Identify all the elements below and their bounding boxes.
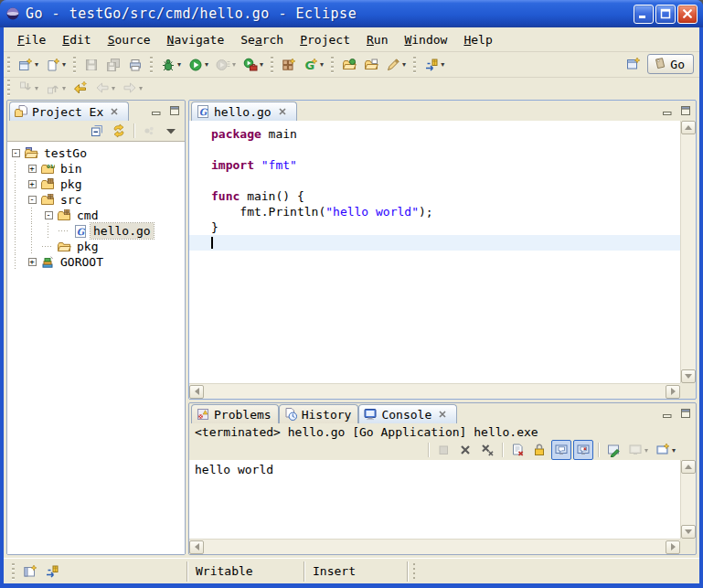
- minimize-view-button[interactable]: [148, 103, 164, 118]
- new-go-package-button[interactable]: [279, 55, 299, 75]
- tree-item-testGo[interactable]: -testGo: [7, 145, 185, 161]
- tree-item-GOROOT[interactable]: +GOROOT: [7, 254, 185, 270]
- titlebar[interactable]: Go - testGo/src/cmd/hello.go - Eclipse: [0, 0, 703, 27]
- print-button[interactable]: [125, 55, 145, 75]
- dropdown-arrow-icon[interactable]: ▾: [62, 60, 66, 69]
- view-menu-button[interactable]: [161, 121, 181, 141]
- toolbar-grip[interactable]: [150, 57, 154, 73]
- code-line[interactable]: }: [189, 219, 680, 235]
- show-stdout-button[interactable]: [551, 440, 571, 460]
- close-button[interactable]: [677, 5, 698, 24]
- toolbar-grip[interactable]: [12, 563, 16, 580]
- toolbar-grip[interactable]: [271, 57, 274, 73]
- link-with-editor-button[interactable]: [109, 121, 129, 141]
- code-line[interactable]: func main() {: [189, 188, 680, 204]
- dropdown-arrow-icon[interactable]: ▾: [672, 446, 676, 454]
- editor-horizontal-scrollbar[interactable]: [189, 383, 680, 399]
- synchronize-button[interactable]: ▾: [421, 55, 447, 75]
- toolbar-grip[interactable]: [413, 57, 417, 73]
- mark-occurrences-button[interactable]: ▾: [383, 55, 409, 75]
- show-stderr-button[interactable]: [573, 440, 593, 460]
- code-line[interactable]: fmt.Println("hello world");: [189, 204, 680, 219]
- tab-problems[interactable]: Problems: [191, 404, 279, 423]
- toolbar-grip[interactable]: [7, 57, 11, 73]
- console-vertical-scrollbar[interactable]: [680, 460, 696, 539]
- tab-project-explorer[interactable]: Project Ex: [9, 102, 129, 121]
- menu-source[interactable]: Source: [100, 30, 159, 49]
- statusbar-grip[interactable]: [413, 563, 417, 580]
- minimize-button[interactable]: [634, 5, 654, 24]
- scroll-lock-button[interactable]: [529, 440, 549, 460]
- tab-hello-go[interactable]: G hello.go: [191, 102, 297, 121]
- menu-navigate[interactable]: Navigate: [159, 30, 233, 49]
- scroll-up-button[interactable]: [681, 121, 696, 134]
- maximize-view-button[interactable]: [677, 103, 693, 118]
- minimize-view-button[interactable]: [659, 406, 675, 421]
- tree-item-bin[interactable]: +010bin: [7, 161, 185, 176]
- tree-item-pkg[interactable]: pkg: [7, 239, 185, 254]
- menu-help[interactable]: Help: [455, 30, 500, 49]
- run-button[interactable]: ▾: [186, 55, 211, 75]
- new-file-button[interactable]: ▾: [43, 55, 69, 75]
- dropdown-arrow-icon[interactable]: ▾: [177, 60, 181, 69]
- dropdown-arrow-icon[interactable]: ▾: [402, 60, 406, 69]
- minimize-view-button[interactable]: [659, 103, 675, 118]
- code-area[interactable]: package main import "fmt" func main() { …: [189, 121, 680, 383]
- scroll-left-button[interactable]: [189, 540, 204, 554]
- scroll-down-button[interactable]: [681, 525, 696, 539]
- menu-file[interactable]: File: [9, 30, 54, 49]
- debug-button[interactable]: ▾: [158, 55, 184, 75]
- console-output[interactable]: hello world: [189, 460, 680, 539]
- close-icon[interactable]: [275, 104, 290, 119]
- scroll-down-button[interactable]: [681, 369, 696, 383]
- toolbar-grip[interactable]: [73, 57, 77, 73]
- tree-expander-plus-icon[interactable]: +: [24, 161, 40, 176]
- last-edit-location-button[interactable]: [70, 78, 91, 98]
- synchronize-button[interactable]: [42, 561, 62, 582]
- tree-item-src[interactable]: -src: [7, 192, 185, 208]
- pin-console-button[interactable]: [603, 440, 623, 460]
- code-line[interactable]: package main: [189, 126, 680, 142]
- menu-edit[interactable]: Edit: [54, 30, 99, 49]
- open-resource-button[interactable]: [361, 55, 381, 75]
- remove-launch-button[interactable]: [455, 440, 475, 460]
- toolbar-grip[interactable]: [331, 57, 335, 73]
- dropdown-arrow-icon[interactable]: ▾: [441, 60, 444, 69]
- scroll-right-button[interactable]: [666, 540, 680, 554]
- code-line[interactable]: import "fmt": [189, 157, 680, 173]
- fast-view-button[interactable]: [20, 561, 40, 582]
- open-perspective-button[interactable]: [623, 54, 644, 74]
- menu-search[interactable]: Search: [232, 30, 292, 49]
- code-line[interactable]: [189, 142, 680, 157]
- open-plugin-artifact-button[interactable]: [339, 55, 359, 75]
- clear-console-button[interactable]: [507, 440, 527, 460]
- perspective-go-button[interactable]: Go: [647, 54, 694, 74]
- menu-run[interactable]: Run: [358, 30, 396, 49]
- tree-item-hello-go[interactable]: Ghello.go: [7, 223, 185, 239]
- tree-item-cmd[interactable]: -cmd: [7, 208, 185, 223]
- scroll-up-button[interactable]: [681, 460, 696, 474]
- open-console-button[interactable]: ▾: [653, 440, 678, 460]
- tree-expander-plus-icon[interactable]: +: [24, 176, 40, 192]
- scroll-right-button[interactable]: [666, 385, 680, 399]
- external-tools-button[interactable]: ▾: [240, 55, 266, 75]
- code-line[interactable]: [189, 235, 680, 251]
- maximize-view-button[interactable]: [677, 406, 693, 421]
- dropdown-arrow-icon[interactable]: ▾: [205, 60, 208, 69]
- collapse-all-button[interactable]: [87, 121, 107, 141]
- code-line[interactable]: [189, 173, 680, 188]
- editor-vertical-scrollbar[interactable]: [680, 121, 696, 383]
- new-go-element-button[interactable]: G▾: [301, 55, 326, 75]
- tree-item-pkg[interactable]: +pkg: [7, 176, 185, 192]
- tab-console[interactable]: Console: [358, 404, 457, 423]
- dropdown-arrow-icon[interactable]: ▾: [35, 60, 38, 69]
- scroll-left-button[interactable]: [189, 385, 204, 399]
- tree-expander-minus-icon[interactable]: -: [7, 145, 24, 161]
- menu-window[interactable]: Window: [396, 30, 455, 49]
- maximize-button[interactable]: [655, 5, 676, 24]
- close-icon[interactable]: [435, 407, 450, 422]
- maximize-view-button[interactable]: [166, 103, 182, 118]
- toolbar-grip[interactable]: [7, 80, 11, 96]
- dropdown-arrow-icon[interactable]: ▾: [320, 60, 324, 69]
- tree-expander-minus-icon[interactable]: -: [24, 192, 40, 208]
